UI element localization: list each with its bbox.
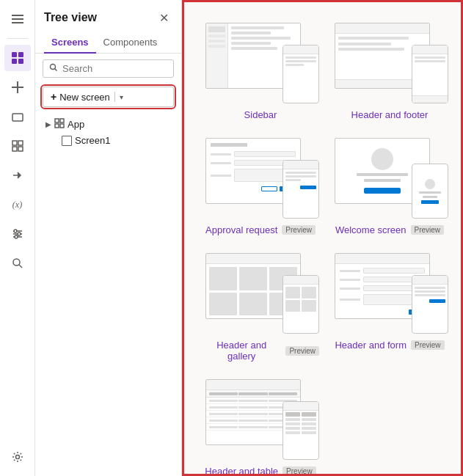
template-cell-welcome[interactable]: Welcome screen Preview [325,129,454,244]
tree-item-app[interactable]: ▶ App [41,116,175,133]
variables-icon: (x) [12,199,22,210]
template-panel: Sidebar [182,0,463,476]
gallery-card-5 [239,293,267,316]
welcome-line-1 [357,173,408,176]
tree-item-screen1-label: Screen1 [75,135,110,146]
template-cell-form[interactable]: Header and form Preview [325,244,454,370]
form-thumb-mobile [412,275,448,334]
template-name-approval: Approval request [205,224,277,235]
svg-rect-3 [12,52,17,57]
chevron-right-icon: ▶ [45,120,51,128]
table-row-header [206,390,300,398]
svg-rect-28 [55,124,59,128]
tab-screens[interactable]: Screens [44,32,96,54]
app-icon [54,118,65,131]
template-cell-sidebar[interactable]: Sidebar [196,14,325,129]
tree-item-app-label: App [68,119,84,130]
svg-rect-11 [18,141,23,145]
mobile-line-2 [423,196,437,198]
svg-line-25 [55,69,57,71]
thumbnail-table [202,379,319,460]
hf-header [335,23,429,34]
preview-badge-welcome: Preview [411,225,445,235]
template-label-form: Header and form Preview [335,340,444,351]
arrows-button[interactable] [4,162,31,188]
approval-row-1 [211,151,296,157]
template-cell-table[interactable]: Header and table Preview [196,370,325,476]
preview-badge-approval: Preview [282,225,316,235]
thumbnail-welcome [331,138,448,219]
chevron-down-icon: ▾ [120,93,123,101]
shapes-button[interactable] [4,103,31,130]
table-header [206,380,300,390]
template-name-table: Header and table [205,466,278,476]
close-icon: ✕ [159,11,169,25]
svg-point-21 [13,259,20,266]
tree-item-screen1[interactable]: Screen1 [41,133,175,148]
template-cell-approval[interactable]: Approval request Preview [196,129,325,244]
template-cell-header-footer[interactable]: Header and footer [325,14,454,129]
tree-title: Tree view [44,11,97,24]
svg-rect-13 [18,147,23,151]
controls-button[interactable] [4,221,31,247]
welcome-logo [371,148,393,170]
svg-rect-6 [18,59,23,64]
settings-button[interactable] [4,444,31,470]
components-button[interactable] [4,133,31,159]
svg-point-24 [51,65,56,70]
insert-button[interactable] [4,74,31,100]
template-label-sidebar: Sidebar [244,109,277,120]
new-screen-label: New screen [59,92,110,103]
tree-close-button[interactable]: ✕ [155,9,172,26]
approval-title [211,143,247,147]
template-grid: Sidebar [184,2,461,476]
form-header-bar [335,254,429,264]
layers-button[interactable] [4,45,31,71]
tab-components[interactable]: Components [96,32,165,54]
template-label-hf: Header and footer [351,109,429,120]
svg-rect-5 [12,59,17,64]
new-screen-button[interactable]: + New screen ▾ [43,87,174,107]
svg-rect-10 [12,141,17,145]
svg-rect-9 [12,114,23,121]
template-name-form: Header and form [335,340,407,351]
approval-thumb-mobile [282,160,319,219]
thumbnail-approval [202,138,319,219]
sidebar-thumb-mobile [282,45,319,103]
toolbar-separator-1 [7,38,28,39]
gallery-card-2 [239,267,267,290]
svg-point-18 [14,230,17,232]
mobile-line-1 [419,191,441,194]
thumbnail-header-footer [331,23,448,103]
template-label-welcome: Welcome screen Preview [335,224,444,235]
template-cell-gallery[interactable]: Header and gallery Preview [196,244,325,370]
template-label-table: Header and table Preview [205,466,316,476]
template-name-sidebar: Sidebar [244,109,277,120]
variables-button[interactable]: (x) [4,191,31,218]
gallery-card-1 [209,267,237,290]
search-button[interactable] [4,250,31,277]
svg-rect-0 [12,15,23,16]
screen-icon [62,136,72,146]
gallery-thumb-mobile [282,275,319,334]
search-input[interactable] [62,63,167,74]
tree-items: ▶ App Screen1 [35,113,181,151]
thumbnail-gallery [202,253,319,334]
thumbnail-form [331,253,448,334]
welcome-btn [364,188,401,194]
hamburger-button[interactable] [4,6,31,32]
left-toolbar: (x) [0,0,35,476]
svg-point-23 [15,455,19,459]
tree-tabs: Screens Components [35,32,181,54]
welcome-thumb-mobile [412,164,448,219]
preview-badge-form: Preview [411,340,445,350]
gallery-header [206,254,300,264]
svg-rect-2 [12,22,23,23]
svg-rect-4 [18,52,23,57]
sidebar-thumb-left [206,23,228,88]
thumbnail-sidebar [202,23,319,103]
hf-thumb-mobile [412,45,448,103]
gallery-card-4 [209,293,237,316]
new-screen-divider [114,92,115,102]
svg-rect-8 [12,87,23,88]
